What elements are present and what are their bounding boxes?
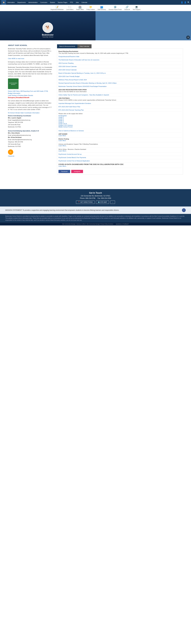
hero-left-panel: 🐕 Bedminster Township School [0,11,96,40]
supply-grade5-ela[interactable]: Grade 5 ELA [58,123,182,124]
news-link-payschools-reduced[interactable]: PaySchools Central Free & Reduced Applic… [58,160,90,162]
nav-jobs[interactable]: Jobs [74,0,80,5]
lead-testing-link[interactable]: Lead Testing in Drinking Water Results [8,94,53,96]
news-link-2025-calendar[interactable]: 2025-2026 School Calendar [58,66,77,67]
news-link-title3-learn-more[interactable]: Learn More... [58,145,67,146]
hero-section: 🐕 Bedminster Township School ⏸ [0,11,191,40]
supply-list-section: Please click on the supply lists below: … [58,112,182,129]
news-link-testing-learn-more[interactable]: Learn More [58,140,66,141]
about-title: ABOUT OUR SCHOOL [8,44,53,46]
news-item: Board Meeting Rescheduled The July BOE m… [58,50,182,55]
facebook-circle-icon[interactable]: f [182,208,186,212]
tab-news-announcements[interactable]: News & Announcements [57,44,78,48]
facebook-button[interactable]: Facebook [58,170,70,173]
nav-curriculum[interactable]: Curriculum [39,0,49,5]
specialist2-address2: Bedminster, NJ 07921 [8,146,53,148]
emergency-broadband-link[interactable]: Emergency Broadband Benefit [8,97,53,98]
news-link-revised-special[interactable]: Revised Special Executive Board of Educa… [58,82,116,84]
nav-departments[interactable]: Departments [16,0,27,5]
nav-information[interactable]: Information [6,0,16,5]
news-link-absence[interactable]: How to Submit an Absence on Genesis [58,130,84,132]
supply-grades56-science[interactable]: Grades 5 & 6 Science [58,124,182,126]
mission-text: MISSION STATEMENT: To provide a supporti… [5,209,119,211]
specialist2-address1: 234 Somerville Road [8,143,53,145]
news-link-online-safety[interactable]: Online Safety Tips for Parents and Careg… [58,94,109,96]
news-link-final-budget[interactable]: Bedminster Township School District 2024… [58,86,106,87]
nav-right-icons: 👤 👤 🔍 [181,1,190,4]
supply-middle-french[interactable]: Middle School French [58,126,182,128]
quicklink-classlink[interactable]: 🔗 ClassLink [124,6,130,10]
news-item: BTS 2023-2024 Safe Return Plan [58,105,182,108]
news-link-safe-return[interactable]: BTS 2023-2024 Safe Return Plan [58,106,80,108]
schoolmessenger-text: Our school utilizes the SchoolMessenger … [8,100,53,111]
nav-student[interactable]: Student [49,0,56,5]
svg-rect-3 [130,19,156,22]
news-link-2024-calendar[interactable]: 2024-2025 School Calendar [58,69,77,70]
news-link-summer-reading[interactable]: 2024 Summer Reading [58,62,74,64]
school-mascot: 🐕 [42,22,53,33]
news-link-covid-learn-more[interactable]: Learn More... [58,165,67,167]
news-link-friendly-budget[interactable]: 2024-2025 User Friendly Budget [58,76,80,77]
news-link-boe-vacancies[interactable]: The Bedminster Board of Education will h… [58,59,99,61]
pause-button[interactable]: ⏸ [186,36,190,39]
anti-bully-address2: Bedminster, NJ 07921 [8,126,53,128]
news-item: PaySchools Central Free & Reduced Applic… [58,159,182,162]
news-link-payschools-meal[interactable]: PaySchools Central Meal & Fee Payments [58,157,86,158]
budget-info-link[interactable]: Budget Information [8,92,53,94]
supply-grade3[interactable]: Grade 3 [58,120,182,121]
news-item: 2024 Summer Reading [58,62,182,65]
news-item: Paraprofessional/Teacher's Aide [58,55,182,58]
instagram-button[interactable]: Instagram [71,170,83,173]
search-icon[interactable]: 🔍 [188,1,190,4]
quicklink-folders[interactable]: 📁 Friday Folders [86,6,95,10]
news-link-remote-teaching[interactable]: BTS 2023-2024 Remote Teaching Plan [58,109,84,111]
classlink-label[interactable]: ClassLink [8,155,14,157]
staff-icon: 👥 [100,6,103,8]
news-link-arp-learn-more[interactable]: Learn More [58,135,66,136]
svg-rect-0 [122,15,164,26]
nav-teacher-pages[interactable]: Teacher Pages [56,0,69,5]
news-link-wellness-policy[interactable]: Wellness Policy Annual Report to BoE 202… [58,79,87,80]
supply-grade4[interactable]: Grade 4 [58,121,182,123]
nav-links: Information Departments Administration C… [6,0,181,5]
news-link-payschools-account[interactable]: PaySchools Central Account Set up [58,154,82,155]
quicklink-health[interactable]: 🏥 Health Office [76,6,84,10]
anti-bully-name: Mrs. Lauren Zagale [8,117,53,119]
news-link-superintendent[interactable]: Important Message from Superintendent Gi… [58,102,91,104]
tab-daily-calendar[interactable]: Daily Calendar [78,44,92,48]
news-link-paraprofessional[interactable]: Paraprofessional/Teacher's Aide [58,56,79,57]
supply-grade2[interactable]: Grade 2 [58,118,182,120]
footer-address: 234 Somerville Rd, Bedminster, NJ 07921 [3,195,188,197]
read-more-link[interactable]: Click HERE to read more [8,58,24,59]
specialist2-email: Email: kdeckhart@bedminsterschool.org [8,139,53,141]
scroll-top-button[interactable]: ↑ [110,200,115,204]
person-icon-2[interactable]: 👤 [184,1,186,4]
about-paragraph1: Bedminster Township Public School is a P… [8,48,53,56]
quicklink-staff[interactable]: 👥 Staff Directory [98,6,106,10]
quicklink-genesis[interactable]: ⚙️ Genesis Parent Portal [109,6,122,10]
mission-bar: MISSION STATEMENT: To provide a supporti… [0,206,191,214]
news-item: How to Submit an Absence on Genesis [58,129,182,132]
quicklink-tech[interactable]: 💻 Tech Support [133,6,140,10]
home-button[interactable]: 🏠 [1,0,6,5]
get-directions-button[interactable]: 📍 GET DIRECTIONS [76,200,94,204]
news-item: The Bedminster Board of Education will h… [58,58,182,62]
footer-bottom-right[interactable]: Questions or Feedback? [116,223,129,225]
quicklink-registration[interactable]: 📝 Registration/Withdraw [50,6,64,10]
folders-icon: 📁 [89,6,92,8]
hib-policy-link[interactable]: District HIB Policy, HIB Reporting Form … [8,90,53,92]
site-map-button[interactable]: 🗺️ SITE MAP [96,200,109,204]
person-icon-1[interactable]: 👤 [181,1,183,4]
supply-kindergarten[interactable]: Kindergarten [58,115,182,116]
nav-pto[interactable]: PTO [69,0,74,5]
news-link-boe-special-meeting[interactable]: Board of Education Special Meeting on Tu… [58,72,106,74]
nav-calendar[interactable]: Calendar [80,0,89,5]
school-name: Bedminster [42,34,54,36]
accessibility-footer: Bedminster School District is committed … [0,214,191,222]
news-item: Wellness Policy Annual Report to BoE 202… [58,78,182,82]
nj-climate-link[interactable]: NJ School Climate State Coordinator Info… [8,112,53,114]
quicklink-lunch[interactable]: 🍽️ Lunch Menu [66,6,74,10]
news-link-teacher-assistant[interactable]: Learn More... [58,150,67,152]
nav-administration[interactable]: Administration [27,0,39,5]
supply-grade1[interactable]: Grade 1 [58,116,182,118]
